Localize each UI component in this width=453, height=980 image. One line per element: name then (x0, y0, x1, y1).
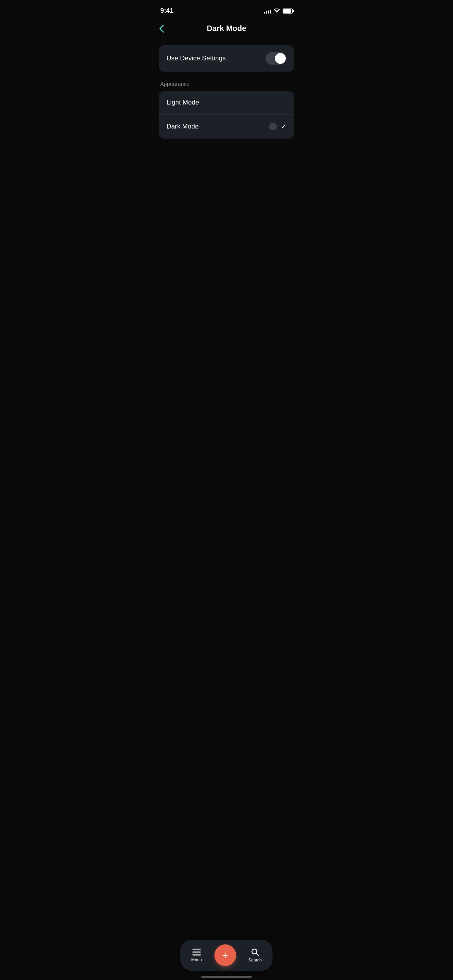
page-title: Dark Mode (207, 24, 246, 33)
appearance-card: Light Mode Dark Mode ✓ (159, 91, 294, 139)
dark-mode-indicators: ✓ (269, 122, 287, 131)
wifi-icon (273, 8, 280, 14)
device-settings-card: Use Device Settings (159, 45, 294, 72)
dark-mode-dot (269, 123, 277, 130)
navigation-header: Dark Mode (151, 19, 302, 39)
device-settings-row: Use Device Settings (159, 45, 294, 72)
checkmark-icon: ✓ (281, 122, 287, 131)
device-settings-toggle[interactable] (266, 52, 287, 65)
signal-icon (264, 8, 271, 14)
status-icons (264, 8, 293, 14)
status-bar: 9:41 (151, 0, 302, 19)
dark-mode-label: Dark Mode (166, 123, 199, 130)
light-mode-label: Light Mode (166, 99, 199, 106)
status-time: 9:41 (160, 7, 173, 15)
device-settings-label: Use Device Settings (166, 55, 226, 62)
light-mode-row[interactable]: Light Mode (159, 91, 294, 115)
dark-mode-row[interactable]: Dark Mode ✓ (159, 115, 294, 139)
toggle-knob (275, 53, 286, 64)
appearance-section-label: Appearance (159, 81, 294, 87)
back-button[interactable] (159, 24, 164, 33)
battery-icon (283, 9, 293, 14)
content-area: Use Device Settings Appearance Light Mod… (151, 39, 302, 145)
